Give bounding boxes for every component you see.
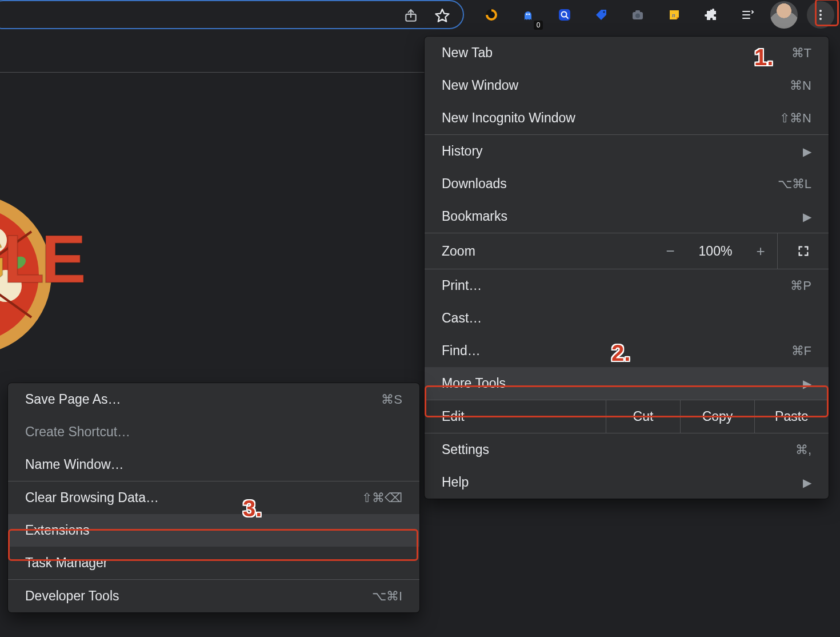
submenu-arrow-icon: ▶ [803, 377, 811, 391]
search-tile-icon[interactable] [551, 1, 578, 29]
menu-item-shortcut: ⌘F [791, 344, 811, 359]
menu-item-label: More Tools [442, 376, 798, 391]
menu-item-shortcut: ⌥⌘L [778, 177, 811, 192]
zoom-value: 100% [687, 244, 744, 259]
zoom-label: Zoom [442, 244, 654, 259]
svg-point-8 [635, 13, 640, 18]
paste-button[interactable]: Paste [754, 400, 829, 433]
menu-item-label: Create Shortcut… [25, 424, 402, 440]
menu-item-shortcut: ⌘T [791, 46, 811, 61]
menu-item-task-manager[interactable]: Task Manager [8, 547, 419, 579]
edit-row: Edit Cut Copy Paste [425, 400, 829, 433]
menu-item-print[interactable]: Print…⌘P [425, 269, 829, 302]
menu-item-label: Extensions [25, 523, 402, 538]
menu-item-label: New Tab [442, 45, 791, 61]
menu-item-developer-tools[interactable]: Developer Tools⌥⌘I [8, 580, 419, 612]
copy-button[interactable]: Copy [680, 400, 754, 433]
menu-item-clear-browsing-data[interactable]: Clear Browsing Data…⇧⌘⌫ [8, 481, 419, 514]
menu-item-label: Downloads [442, 176, 778, 192]
menu-item-label: Save Page As… [25, 392, 381, 407]
svg-point-3 [529, 13, 530, 15]
submenu-arrow-icon: ▶ [803, 210, 811, 224]
menu-item-label: New Incognito Window [442, 110, 779, 126]
menu-item-shortcut: ⇧⌘⌫ [362, 491, 402, 505]
submenu-arrow-icon: ▶ [803, 145, 811, 158]
zoom-in-button[interactable]: + [744, 242, 777, 260]
kebab-menu-icon[interactable] [807, 1, 834, 29]
svg-point-13 [819, 18, 822, 20]
menu-item-new-window[interactable]: New Window⌘N [425, 69, 829, 102]
menu-item-label: Help [442, 475, 798, 490]
star-icon[interactable] [434, 8, 448, 22]
menu-item-label: Cast… [442, 310, 811, 326]
menu-item-label: Settings [442, 442, 795, 457]
menu-item-new-tab[interactable]: New Tab⌘T [425, 37, 829, 69]
menu-item-label: Print… [442, 278, 790, 293]
menu-item-downloads[interactable]: Downloads⌥⌘L [425, 168, 829, 200]
tag-icon[interactable] [587, 1, 615, 29]
menu-item-create-shortcut: Create Shortcut… [8, 416, 419, 448]
svg-rect-9 [635, 10, 640, 13]
menu-item-shortcut: ⌘, [795, 443, 811, 457]
menu-item-shortcut: ⌥⌘I [372, 589, 402, 604]
menu-item-extensions[interactable]: Extensions [8, 514, 419, 547]
omnibox-right [0, 0, 464, 29]
cut-button[interactable]: Cut [606, 400, 680, 433]
menu-item-label: New Window [442, 78, 790, 93]
ghost-icon[interactable]: 0 [514, 1, 542, 29]
puzzle-icon[interactable] [697, 1, 725, 29]
zoom-row: Zoom − 100% + [425, 233, 829, 269]
camera-icon[interactable] [624, 1, 651, 29]
doodle-letters: G L E [0, 220, 83, 298]
toolbar-extensions: 0 n [478, 0, 834, 29]
sticky-note-icon[interactable]: n [661, 1, 688, 29]
svg-point-12 [819, 14, 822, 16]
menu-item-label: Bookmarks [442, 209, 798, 224]
menu-item-new-incognito-window[interactable]: New Incognito Window⇧⌘N [425, 102, 829, 134]
menu-item-label: Find… [442, 343, 791, 359]
reading-list-icon[interactable] [734, 1, 761, 29]
menu-item-save-page-as[interactable]: Save Page As…⌘S [8, 383, 419, 416]
submenu-arrow-icon: ▶ [803, 476, 811, 489]
menu-item-more-tools[interactable]: More Tools▶ [425, 367, 829, 400]
chrome-more-tools-submenu: Save Page As…⌘SCreate Shortcut…Name Wind… [8, 383, 419, 612]
menu-item-name-window[interactable]: Name Window… [8, 448, 419, 481]
ghost-badge: 0 [534, 21, 543, 30]
menu-item-cast[interactable]: Cast… [425, 302, 829, 335]
menu-item-settings[interactable]: Settings⌘, [425, 433, 829, 466]
fullscreen-button[interactable] [777, 233, 829, 269]
menu-item-shortcut: ⌘P [790, 278, 811, 293]
menu-item-label: Developer Tools [25, 588, 372, 604]
svg-point-6 [603, 11, 605, 13]
menu-item-label: Name Window… [25, 457, 402, 472]
menu-item-find[interactable]: Find…⌘F [425, 335, 829, 367]
menu-item-bookmarks[interactable]: Bookmarks▶ [425, 200, 829, 233]
menu-item-history[interactable]: History▶ [425, 135, 829, 168]
svg-rect-4 [559, 9, 570, 21]
share-icon[interactable] [403, 8, 417, 22]
menu-item-shortcut: ⇧⌘N [779, 111, 811, 126]
avatar-icon[interactable] [770, 1, 798, 29]
google-doodle: G L E [0, 189, 229, 360]
menu-item-shortcut: ⌘N [790, 78, 811, 93]
svg-point-2 [526, 13, 528, 15]
orange-swirl-icon[interactable] [478, 1, 505, 29]
menu-item-label: Clear Browsing Data… [25, 490, 362, 505]
menu-item-help[interactable]: Help▶ [425, 466, 829, 499]
menu-item-label: Task Manager [25, 555, 402, 571]
svg-point-11 [819, 10, 822, 12]
svg-text:n: n [672, 11, 675, 18]
menu-item-shortcut: ⌘S [381, 392, 402, 407]
zoom-out-button[interactable]: − [654, 242, 687, 260]
chrome-main-menu: New Tab⌘TNew Window⌘NNew Incognito Windo… [425, 37, 829, 499]
edit-label: Edit [442, 409, 606, 424]
page-divider [0, 72, 429, 73]
menu-item-label: History [442, 144, 798, 159]
